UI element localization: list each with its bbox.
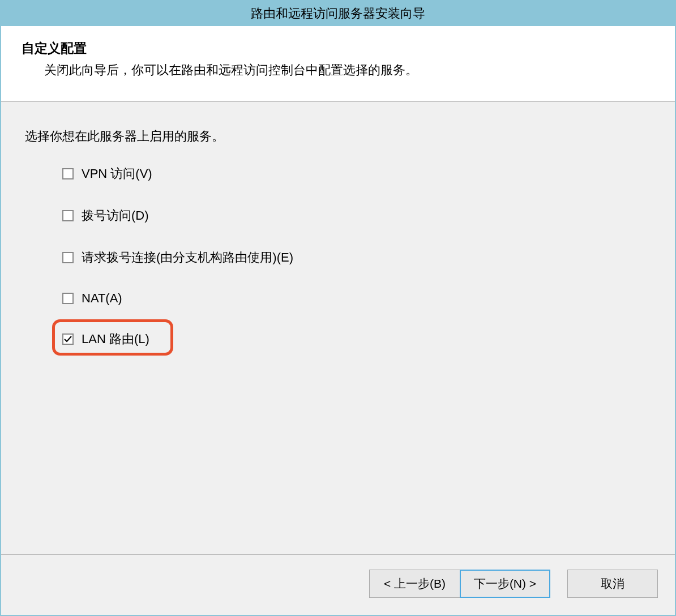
page-title: 自定义配置 — [22, 40, 654, 57]
footer-section: < 上一步(B) 下一步(N) > 取消 — [1, 554, 675, 615]
instruction-text: 选择你想在此服务器上启用的服务。 — [25, 128, 654, 145]
checkbox-lan-routing[interactable] — [62, 333, 74, 345]
checkbox-label: 拨号访问(D) — [82, 207, 149, 224]
checkbox-vpn-access[interactable] — [62, 168, 74, 179]
next-button[interactable]: 下一步(N) > — [460, 570, 550, 598]
cancel-button[interactable]: 取消 — [567, 570, 658, 598]
option-vpn-access: VPN 访问(V) — [62, 165, 654, 182]
checkbox-label: 请求拨号连接(由分支机构路由使用)(E) — [82, 249, 293, 266]
back-button[interactable]: < 上一步(B) — [369, 570, 460, 598]
option-lan-routing: LAN 路由(L) — [62, 331, 654, 348]
wizard-window: 路由和远程访问服务器安装向导 自定义配置 关闭此向导后，你可以在路由和远程访问控… — [0, 0, 676, 616]
checkbox-nat[interactable] — [62, 293, 74, 304]
checkbox-dialup-access[interactable] — [62, 210, 74, 221]
checkbox-label: LAN 路由(L) — [82, 331, 149, 348]
checkbox-list: VPN 访问(V) 拨号访问(D) 请求拨号连接(由分支机构路由使用)(E) N… — [25, 165, 654, 348]
option-demand-dial: 请求拨号连接(由分支机构路由使用)(E) — [62, 249, 654, 266]
window-title: 路由和远程访问服务器安装向导 — [251, 5, 425, 22]
checkbox-label: NAT(A) — [82, 291, 122, 306]
page-subtitle: 关闭此向导后，你可以在路由和远程访问控制台中配置选择的服务。 — [22, 62, 654, 79]
checkbox-label: VPN 访问(V) — [82, 165, 152, 182]
nav-button-group: < 上一步(B) 下一步(N) > — [369, 570, 550, 598]
body-section: 选择你想在此服务器上启用的服务。 VPN 访问(V) 拨号访问(D) 请求拨号连… — [1, 102, 675, 554]
header-section: 自定义配置 关闭此向导后，你可以在路由和远程访问控制台中配置选择的服务。 — [1, 26, 675, 102]
title-bar: 路由和远程访问服务器安装向导 — [1, 1, 675, 26]
checkbox-demand-dial[interactable] — [62, 252, 74, 263]
option-dialup-access: 拨号访问(D) — [62, 207, 654, 224]
option-nat: NAT(A) — [62, 291, 654, 306]
